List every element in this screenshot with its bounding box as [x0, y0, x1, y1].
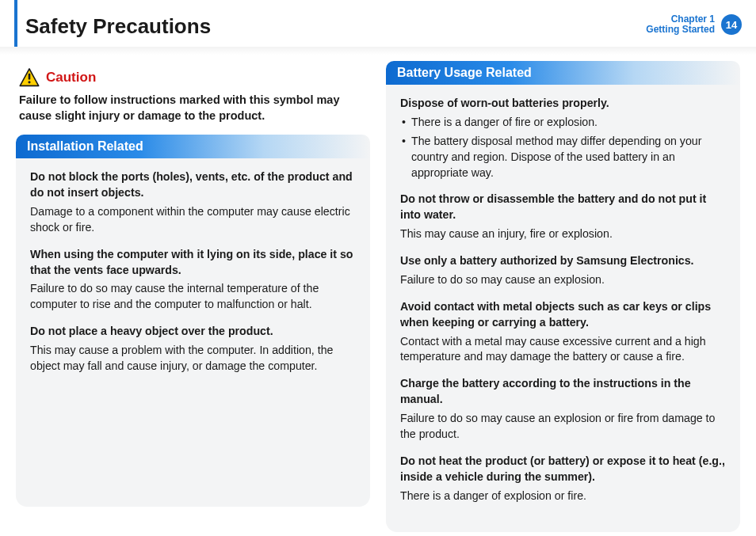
list-item: Avoid contact with metal objects such as…: [400, 299, 726, 366]
item-body: Failure to do so may cause an explosion.: [400, 272, 726, 288]
item-heading: Dispose of worn-out batteries properly.: [400, 96, 726, 112]
item-body: Damage to a component within the compute…: [30, 204, 356, 236]
list-item: When using the computer with it lying on…: [30, 247, 356, 314]
header-divider-gradient: [0, 47, 756, 55]
warning-triangle-icon: [19, 67, 40, 88]
page-root: Safety Precautions Chapter 1 Getting Sta…: [0, 0, 756, 536]
content-columns: Caution Failure to follow instructions m…: [0, 55, 756, 536]
item-heading: Use only a battery authorized by Samsung…: [400, 253, 726, 269]
caution-description: Failure to follow instructions marked wi…: [19, 93, 367, 124]
header-right: Chapter 1 Getting Started 14: [646, 14, 742, 35]
item-body: Failure to do so may cause the internal …: [30, 281, 356, 313]
item-heading: Charge the battery according to the inst…: [400, 376, 726, 408]
item-heading: Do not throw or disassemble the battery …: [400, 192, 726, 223]
installation-card-body: Do not block the ports (holes), vents, e…: [16, 158, 370, 389]
svg-rect-1: [29, 74, 31, 80]
caution-heading: Caution: [19, 67, 370, 88]
chapter-line-2: Getting Started: [646, 25, 715, 35]
installation-card-heading: Installation Related: [16, 135, 370, 158]
list-item: Charge the battery according to the inst…: [400, 376, 726, 443]
page-title: Safety Precautions: [25, 14, 211, 39]
chapter-label: Chapter 1 Getting Started: [646, 14, 715, 35]
battery-card: Battery Usage Related Dispose of worn-ou…: [386, 61, 740, 532]
item-body: Contact with a metal may cause excessive…: [400, 334, 726, 366]
list-item: Do not throw or disassemble the battery …: [400, 192, 726, 242]
list-item: Do not block the ports (holes), vents, e…: [30, 169, 356, 236]
item-heading: When using the computer with it lying on…: [30, 247, 356, 279]
bullet-item: There is a danger of fire or explosion.: [400, 115, 726, 131]
list-item: Do not heat the product (or battery) or …: [400, 454, 726, 504]
item-heading: Avoid contact with metal objects such as…: [400, 299, 726, 331]
item-body: There is a danger of explosion or fire.: [400, 488, 726, 504]
item-body: Failure to do so may cause an explosion …: [400, 411, 726, 443]
right-column: Battery Usage Related Dispose of worn-ou…: [386, 61, 740, 532]
battery-card-heading: Battery Usage Related: [386, 61, 740, 85]
installation-card: Installation Related Do not block the po…: [16, 135, 370, 507]
item-heading: Do not heat the product (or battery) or …: [400, 454, 726, 485]
item-body: This may cause a problem with the comput…: [30, 343, 356, 374]
item-bullet-list: There is a danger of fire or explosion. …: [400, 115, 726, 181]
list-item: Do not place a heavy object over the pro…: [30, 324, 356, 374]
item-body: This may cause an injury, fire or explos…: [400, 226, 726, 242]
page-header: Safety Precautions Chapter 1 Getting Sta…: [14, 0, 742, 47]
bullet-item: The battery disposal method may differ d…: [400, 134, 726, 181]
svg-point-2: [28, 81, 30, 83]
list-item: Use only a battery authorized by Samsung…: [400, 253, 726, 288]
item-heading: Do not block the ports (holes), vents, e…: [30, 169, 356, 201]
item-heading: Do not place a heavy object over the pro…: [30, 324, 356, 340]
caution-label: Caution: [46, 70, 96, 86]
left-column: Caution Failure to follow instructions m…: [16, 61, 370, 532]
list-item: Dispose of worn-out batteries properly. …: [400, 96, 726, 181]
battery-card-body: Dispose of worn-out batteries properly. …: [386, 85, 740, 518]
page-number-badge: 14: [721, 14, 742, 35]
